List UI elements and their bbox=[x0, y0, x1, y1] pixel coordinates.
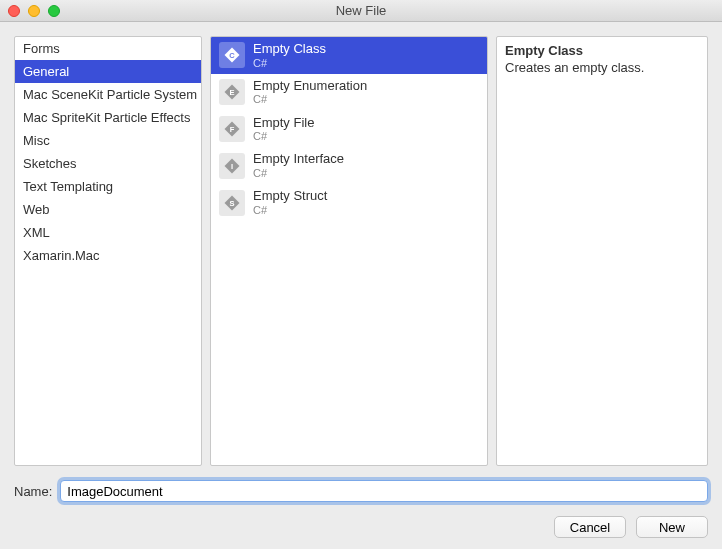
svg-text:F: F bbox=[230, 125, 235, 134]
file-type-icon: I bbox=[219, 153, 245, 179]
titlebar: New File bbox=[0, 0, 722, 22]
svg-text:I: I bbox=[231, 162, 233, 171]
template-item[interactable]: CEmpty ClassC# bbox=[211, 37, 487, 74]
new-button[interactable]: New bbox=[636, 516, 708, 538]
category-item[interactable]: Misc bbox=[15, 129, 201, 152]
window-title: New File bbox=[0, 3, 722, 18]
category-item[interactable]: Text Templating bbox=[15, 175, 201, 198]
template-item[interactable]: IEmpty InterfaceC# bbox=[211, 147, 487, 184]
cancel-button[interactable]: Cancel bbox=[554, 516, 626, 538]
template-subtitle: C# bbox=[253, 57, 326, 70]
dialog-content: FormsGeneralMac SceneKit Particle System… bbox=[0, 22, 722, 548]
category-item[interactable]: General bbox=[15, 60, 201, 83]
template-item[interactable]: FEmpty FileC# bbox=[211, 111, 487, 148]
file-type-icon: E bbox=[219, 79, 245, 105]
button-row: Cancel New bbox=[14, 516, 708, 538]
svg-text:C: C bbox=[229, 51, 235, 60]
template-list[interactable]: CEmpty ClassC#EEmpty EnumerationC#FEmpty… bbox=[210, 36, 488, 466]
minimize-icon[interactable] bbox=[28, 5, 40, 17]
template-subtitle: C# bbox=[253, 204, 327, 217]
template-item[interactable]: SEmpty StructC# bbox=[211, 184, 487, 221]
window-controls bbox=[0, 5, 60, 17]
category-item[interactable]: XML bbox=[15, 221, 201, 244]
name-row: Name: bbox=[14, 480, 708, 502]
category-item[interactable]: Mac SceneKit Particle System bbox=[15, 83, 201, 106]
name-input[interactable] bbox=[60, 480, 708, 502]
description-title: Empty Class bbox=[505, 43, 699, 58]
template-title: Empty File bbox=[253, 115, 314, 131]
svg-text:S: S bbox=[229, 199, 234, 208]
panels: FormsGeneralMac SceneKit Particle System… bbox=[14, 36, 708, 466]
category-item[interactable]: Forms bbox=[15, 37, 201, 60]
template-title: Empty Struct bbox=[253, 188, 327, 204]
category-item[interactable]: Sketches bbox=[15, 152, 201, 175]
file-type-icon: C bbox=[219, 42, 245, 68]
category-item[interactable]: Web bbox=[15, 198, 201, 221]
zoom-icon[interactable] bbox=[48, 5, 60, 17]
category-item[interactable]: Xamarin.Mac bbox=[15, 244, 201, 267]
category-list[interactable]: FormsGeneralMac SceneKit Particle System… bbox=[14, 36, 202, 466]
template-subtitle: C# bbox=[253, 130, 314, 143]
template-title: Empty Interface bbox=[253, 151, 344, 167]
category-item[interactable]: Mac SpriteKit Particle Effects bbox=[15, 106, 201, 129]
file-type-icon: F bbox=[219, 116, 245, 142]
template-subtitle: C# bbox=[253, 167, 344, 180]
template-item[interactable]: EEmpty EnumerationC# bbox=[211, 74, 487, 111]
template-title: Empty Enumeration bbox=[253, 78, 367, 94]
file-type-icon: S bbox=[219, 190, 245, 216]
description-body: Creates an empty class. bbox=[505, 60, 699, 75]
svg-text:E: E bbox=[229, 88, 234, 97]
close-icon[interactable] bbox=[8, 5, 20, 17]
template-title: Empty Class bbox=[253, 41, 326, 57]
description-panel: Empty Class Creates an empty class. bbox=[496, 36, 708, 466]
template-subtitle: C# bbox=[253, 93, 367, 106]
name-label: Name: bbox=[14, 484, 52, 499]
